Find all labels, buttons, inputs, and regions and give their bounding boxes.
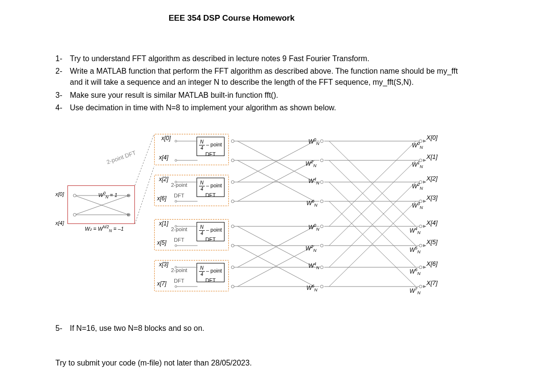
svg-point-48: [231, 225, 234, 228]
item-marker: 5-: [55, 323, 70, 334]
svg-point-6: [73, 213, 76, 216]
twiddle-label: W6N: [306, 284, 317, 292]
svg-marker-68: [423, 140, 426, 143]
svg-point-44: [231, 140, 234, 143]
svg-point-52: [320, 140, 323, 143]
svg-line-11: [135, 166, 154, 224]
page-title: EEE 354 DSP Course Homework: [169, 13, 294, 23]
output-X7: X[7]: [426, 279, 437, 287]
output-X0: X[0]: [426, 134, 437, 141]
zoom-w0: W0N = 1: [98, 191, 118, 199]
input-x6: x[6]: [157, 195, 166, 202]
input-x3: x[3]: [159, 261, 168, 268]
item-marker: 3-: [55, 90, 70, 101]
item-text: Write a MATLAB function that perform the…: [70, 65, 470, 88]
list-item: 3- Make sure your result is similar MATL…: [55, 90, 470, 101]
twiddle-label: W0N: [308, 223, 319, 232]
npt-dft-box: N4 – pointDFT: [197, 263, 225, 282]
output-X1: X[1]: [426, 153, 437, 160]
svg-marker-70: [423, 181, 426, 183]
svg-point-58: [320, 266, 323, 269]
svg-point-57: [320, 244, 323, 247]
list-item: 5- If N=16, use two N=8 blocks and so on…: [55, 323, 470, 334]
input-x4: x[4]: [159, 154, 168, 161]
output-X3: X[3]: [426, 194, 437, 201]
twiddle-label: W2N: [305, 159, 317, 168]
item-text: If N=16, use two N=8 blocks and so on.: [70, 323, 470, 334]
item-marker: 2-: [55, 65, 70, 88]
twiddle-label: W0N: [308, 137, 319, 146]
out-twiddle: W2N: [412, 182, 423, 191]
footer-note: Try to submit your code (m-file) not lat…: [55, 359, 252, 367]
zoom-caption: 2-point DFT: [106, 149, 136, 166]
svg-point-4: [73, 194, 76, 197]
svg-marker-72: [423, 225, 426, 228]
zoom-input-a: x[0]: [55, 191, 64, 197]
twiddle-label: W2N: [305, 244, 317, 253]
list-after: 5- If N=16, use two N=8 blocks and so on…: [55, 323, 470, 335]
twiddle-label: W6N: [306, 199, 317, 208]
svg-point-49: [231, 244, 234, 247]
twiddle-label: W4N: [308, 177, 319, 185]
output-X6: X[6]: [426, 260, 437, 267]
zoom-w1: W₂ = WN/2N = –1: [85, 225, 124, 233]
npt-dft-box: N4 – pointDFT: [197, 137, 225, 156]
fft-diagram: x[0] x[4] W0N = 1 W₂ = WN/2N = –1 2-poin…: [67, 132, 434, 303]
out-twiddle: W4N: [410, 226, 421, 235]
svg-point-47: [231, 200, 234, 203]
svg-point-51: [231, 285, 234, 288]
svg-line-10: [135, 134, 154, 185]
npt-dft-box: N4 – pointDFT: [197, 178, 225, 197]
item-text: Use decimation in time with N=8 to imple…: [70, 102, 470, 113]
item-text: Make sure your result is similar MATLAB …: [70, 90, 470, 101]
npt-dft-box: N4 – pointDFT: [197, 222, 225, 241]
twiddle-label: W4N: [308, 261, 319, 270]
input-x5: x[5]: [157, 239, 166, 246]
svg-point-54: [320, 181, 323, 183]
input-x7: x[7]: [157, 280, 166, 287]
item-marker: 1-: [55, 53, 70, 64]
input-x1: x[1]: [159, 220, 168, 227]
butterfly-svg: [228, 132, 440, 303]
zoom-input-b: x[4]: [55, 220, 64, 226]
svg-point-53: [320, 159, 323, 162]
svg-marker-73: [423, 244, 426, 247]
svg-point-45: [231, 159, 234, 162]
svg-marker-75: [423, 285, 426, 288]
output-X5: X[5]: [426, 238, 437, 246]
svg-marker-69: [423, 159, 426, 162]
list-item: 1- Try to understand FFT algorithm as de…: [55, 53, 470, 64]
svg-point-46: [231, 181, 234, 183]
out-twiddle: W6N: [410, 267, 421, 276]
out-twiddle: W1N: [412, 160, 423, 169]
input-x0: x[0]: [161, 135, 171, 142]
svg-point-50: [231, 266, 234, 269]
out-twiddle: W5N: [410, 246, 421, 254]
out-twiddle: W0N: [412, 141, 423, 150]
input-x2: x[2]: [159, 176, 168, 183]
list-item: 4- Use decimation in time with N=8 to im…: [55, 102, 470, 113]
out-twiddle: W3N: [412, 201, 423, 210]
homework-list: 1- Try to understand FFT algorithm as de…: [55, 53, 470, 115]
item-marker: 4-: [55, 102, 70, 113]
svg-marker-74: [423, 266, 426, 269]
svg-point-55: [320, 200, 323, 203]
svg-point-59: [320, 285, 323, 288]
output-X4: X[4]: [426, 219, 437, 226]
svg-point-56: [320, 225, 323, 228]
svg-marker-71: [423, 200, 426, 203]
list-item: 2- Write a MATLAB function that perform …: [55, 65, 470, 88]
item-text: Try to understand FFT algorithm as descr…: [70, 53, 470, 64]
output-X2: X[2]: [426, 175, 437, 182]
out-twiddle: W7N: [410, 287, 421, 295]
